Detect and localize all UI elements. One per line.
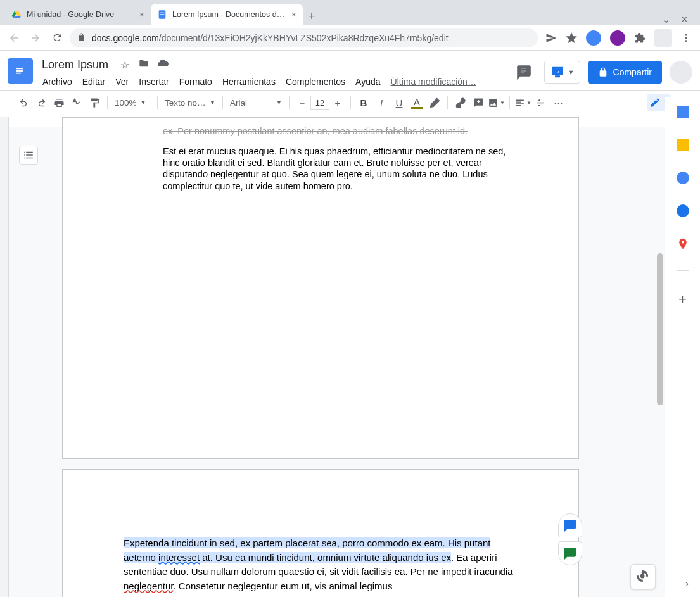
toolbar: 100%▼ Texto norm…▼ Arial▼ − + B I U A ▼ … xyxy=(0,90,700,115)
docs-header: Lorem Ipsum ☆ Archivo Editar Ver Inserta… xyxy=(0,51,700,90)
vertical-scrollbar[interactable] xyxy=(656,127,664,443)
more-button[interactable]: ⋯ xyxy=(550,94,567,111)
share-label: Compartir xyxy=(613,67,652,77)
add-app-button[interactable]: + xyxy=(678,291,687,308)
insert-link-button[interactable] xyxy=(452,94,469,111)
last-modification-link[interactable]: Última modificación… xyxy=(386,74,481,89)
bookmark-star-icon[interactable] xyxy=(566,32,577,44)
insert-comment-button[interactable] xyxy=(470,94,487,111)
star-icon[interactable]: ☆ xyxy=(118,59,131,71)
calendar-app-icon[interactable] xyxy=(677,106,689,118)
doc-text: ex. Per nonummy postulant assentior an, … xyxy=(163,125,518,137)
url-text: docs.google.com/document/d/13xEiOH2yjKkY… xyxy=(92,33,449,43)
line-spacing-button[interactable] xyxy=(533,94,549,111)
browser-tab-drive[interactable]: Mi unidad - Google Drive × xyxy=(5,4,151,25)
font-size-increase[interactable]: + xyxy=(329,94,346,111)
menu-formato[interactable]: Formato xyxy=(175,74,217,89)
nav-reload-button[interactable] xyxy=(48,29,66,47)
drive-favicon-icon xyxy=(11,9,22,20)
doc-text: Expetenda tincidunt in sed, ex partem pl… xyxy=(124,536,518,593)
svg-rect-8 xyxy=(16,70,23,72)
paragraph-style-select[interactable]: Texto norm…▼ xyxy=(162,98,218,108)
tab-close-icon[interactable]: × xyxy=(139,9,144,20)
add-comment-fab[interactable] xyxy=(558,513,582,537)
browser-tab-docs[interactable]: Lorem Ipsum - Documentos de Google × xyxy=(151,4,303,25)
outline-toggle-button[interactable] xyxy=(19,146,38,165)
svg-rect-7 xyxy=(16,68,23,69)
docs-favicon-icon xyxy=(157,9,167,20)
print-button[interactable] xyxy=(51,94,67,111)
menu-archivo[interactable]: Archivo xyxy=(38,74,77,89)
menu-complementos[interactable]: Complementos xyxy=(281,74,350,89)
window-close-icon[interactable]: × xyxy=(682,14,687,25)
move-icon[interactable] xyxy=(137,58,150,71)
browser-menu-icon[interactable] xyxy=(681,33,691,43)
svg-rect-1 xyxy=(160,13,165,13)
svg-rect-3 xyxy=(160,16,163,16)
lock-icon xyxy=(77,33,86,43)
menu-ver[interactable]: Ver xyxy=(111,74,133,89)
tab-close-icon[interactable]: × xyxy=(291,9,296,20)
extensions-icon[interactable] xyxy=(634,32,646,44)
explore-button[interactable] xyxy=(630,564,656,589)
font-select[interactable]: Arial▼ xyxy=(227,98,284,108)
contacts-app-icon[interactable] xyxy=(677,204,689,217)
chevron-down-icon: ▼ xyxy=(565,68,577,76)
highlight-color-button[interactable] xyxy=(426,94,443,111)
nav-back-button[interactable] xyxy=(5,29,23,47)
text-color-button[interactable]: A xyxy=(409,94,425,111)
suggest-edit-fab[interactable] xyxy=(558,541,582,565)
bold-button[interactable]: B xyxy=(355,94,372,111)
svg-point-4 xyxy=(685,34,687,36)
send-tab-icon[interactable] xyxy=(545,32,557,44)
vertical-ruler[interactable] xyxy=(0,127,9,597)
comment-history-button[interactable] xyxy=(511,60,537,85)
tasks-app-icon[interactable] xyxy=(677,172,689,184)
new-tab-button[interactable]: + xyxy=(303,8,321,25)
svg-point-6 xyxy=(685,40,687,42)
translate-ext-icon[interactable] xyxy=(586,30,601,46)
menu-editar[interactable]: Editar xyxy=(78,74,110,89)
account-avatar[interactable] xyxy=(670,61,692,84)
italic-button[interactable]: I xyxy=(373,94,390,111)
undo-button[interactable] xyxy=(15,94,32,111)
redo-button[interactable] xyxy=(33,94,49,111)
docs-logo-icon[interactable] xyxy=(8,58,33,84)
document-canvas: 2112345678910111213141516171819 ex. Per … xyxy=(0,117,665,597)
doc-title[interactable]: Lorem Ipsum xyxy=(38,57,112,73)
font-size-decrease[interactable]: − xyxy=(294,94,310,111)
align-button[interactable]: ▼ xyxy=(514,94,531,111)
tab-title: Lorem Ipsum - Documentos de Google xyxy=(172,10,286,19)
paint-format-button[interactable] xyxy=(86,94,103,111)
document-page-2[interactable]: Expetenda tincidunt in sed, ex partem pl… xyxy=(62,469,579,597)
chevron-down-icon[interactable]: ⌄ xyxy=(662,13,670,25)
maps-app-icon[interactable] xyxy=(677,237,689,250)
omnibox[interactable]: docs.google.com/document/d/13xEiOH2yjKkY… xyxy=(70,28,538,47)
underline-button[interactable]: U xyxy=(391,94,407,111)
present-button[interactable]: ▼ xyxy=(544,61,580,84)
nav-forward-button[interactable] xyxy=(27,29,44,47)
side-panel-collapse-icon[interactable]: › xyxy=(685,578,689,589)
svg-rect-2 xyxy=(160,14,165,15)
share-button[interactable]: Compartir xyxy=(588,61,662,84)
ext-icon-2[interactable] xyxy=(610,30,625,46)
menu-bar: Archivo Editar Ver Insertar Formato Herr… xyxy=(38,73,506,90)
document-page-1[interactable]: ex. Per nonummy postulant assentior an, … xyxy=(62,117,579,459)
svg-point-5 xyxy=(685,37,687,39)
font-size-input[interactable] xyxy=(310,96,329,110)
comment-fab-group xyxy=(558,513,582,565)
svg-rect-9 xyxy=(16,73,21,74)
menu-ayuda[interactable]: Ayuda xyxy=(351,74,385,89)
doc-text: Est ei erat mucius quaeque. Ei his quas … xyxy=(163,146,518,192)
side-panel: + › xyxy=(665,97,700,597)
profile-chip[interactable] xyxy=(654,29,672,47)
zoom-select[interactable]: 100%▼ xyxy=(112,98,153,108)
tab-title: Mi unidad - Google Drive xyxy=(27,10,134,19)
cloud-status-icon[interactable] xyxy=(156,58,169,72)
spellcheck-button[interactable] xyxy=(68,94,85,111)
menu-insertar[interactable]: Insertar xyxy=(134,74,173,89)
keep-app-icon[interactable] xyxy=(677,139,689,151)
menu-herramientas[interactable]: Herramientas xyxy=(218,74,280,89)
svg-point-10 xyxy=(681,241,684,243)
insert-image-button[interactable]: ▼ xyxy=(488,94,505,111)
